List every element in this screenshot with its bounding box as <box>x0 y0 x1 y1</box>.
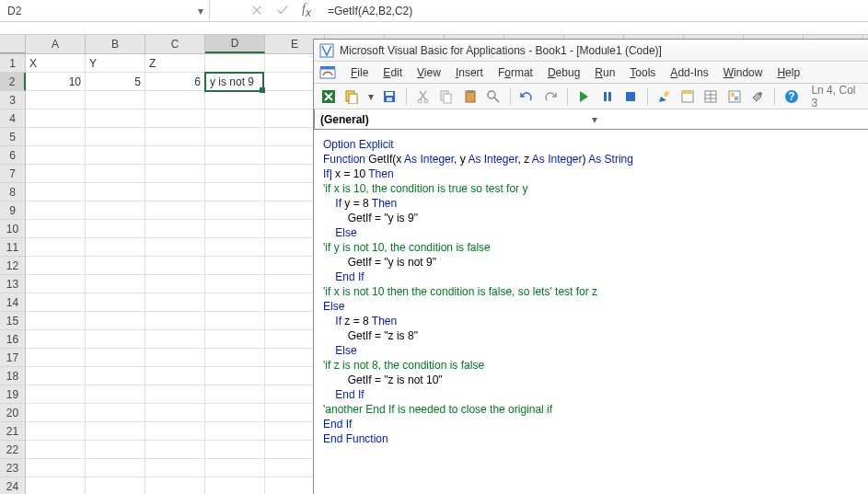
redo-icon[interactable] <box>541 87 559 106</box>
cell-A19[interactable] <box>26 385 86 404</box>
cell-B7[interactable] <box>86 165 145 183</box>
row-header-11[interactable]: 11 <box>0 238 26 257</box>
cell-C5[interactable] <box>145 128 205 146</box>
cancel-formula-icon[interactable] <box>250 4 263 17</box>
cell-A24[interactable] <box>26 477 86 494</box>
accept-formula-icon[interactable] <box>276 4 289 17</box>
cell-A1[interactable]: X <box>26 54 86 73</box>
cell-C2[interactable]: 6 <box>145 73 205 91</box>
col-header-D[interactable]: D <box>205 35 265 53</box>
find-icon[interactable] <box>484 87 502 106</box>
insert-function-icon[interactable]: fx <box>302 2 311 19</box>
cell-B9[interactable] <box>86 201 145 220</box>
cell-A15[interactable] <box>26 312 86 330</box>
menu-window[interactable]: Window <box>718 64 769 81</box>
row-header-1[interactable]: 1 <box>0 54 26 73</box>
cell-A17[interactable] <box>26 349 86 367</box>
cell-D16[interactable] <box>205 330 265 349</box>
break-icon[interactable] <box>598 87 616 106</box>
cell-C22[interactable] <box>145 441 205 459</box>
cell-D2[interactable]: y is not 9 <box>204 72 264 92</box>
vbe-titlebar[interactable]: Microsoft Visual Basic for Applications … <box>314 40 868 62</box>
object-combo[interactable]: (General) ▾ <box>314 109 868 129</box>
col-header-C[interactable]: C <box>145 35 205 53</box>
cell-B21[interactable] <box>86 422 145 441</box>
row-header-14[interactable]: 14 <box>0 293 26 312</box>
cell-C20[interactable] <box>145 404 205 422</box>
cell-D7[interactable] <box>205 165 265 183</box>
cell-B4[interactable] <box>86 109 145 128</box>
cell-C6[interactable] <box>145 146 205 165</box>
cell-D21[interactable] <box>205 422 265 441</box>
cell-B23[interactable] <box>86 459 145 477</box>
menu-add-ins[interactable]: Add-Ins <box>665 64 713 81</box>
cell-A10[interactable] <box>26 220 86 238</box>
col-header-B[interactable]: B <box>86 35 145 53</box>
menu-edit[interactable]: Edit <box>377 64 408 81</box>
cell-B1[interactable]: Y <box>86 54 145 73</box>
cell-B5[interactable] <box>86 128 145 146</box>
toolbox-icon[interactable] <box>749 87 767 106</box>
cell-C1[interactable]: Z <box>145 54 205 73</box>
menu-help[interactable]: Help <box>771 64 805 81</box>
row-header-2[interactable]: 2 <box>0 73 26 91</box>
design-mode-icon[interactable] <box>655 87 673 106</box>
row-header-12[interactable]: 12 <box>0 257 26 275</box>
cell-C15[interactable] <box>145 312 205 330</box>
cell-B8[interactable] <box>86 183 145 201</box>
cell-C21[interactable] <box>145 422 205 441</box>
cell-B2[interactable]: 5 <box>86 73 145 91</box>
menu-tools[interactable]: Tools <box>624 64 661 81</box>
menu-insert[interactable]: Insert <box>450 64 489 81</box>
cell-D19[interactable] <box>205 385 265 404</box>
cell-C10[interactable] <box>145 220 205 238</box>
row-header-4[interactable]: 4 <box>0 109 26 128</box>
cell-A8[interactable] <box>26 183 86 201</box>
cell-D14[interactable] <box>205 293 265 312</box>
insert-dropdown-icon[interactable]: ▾ <box>366 87 376 106</box>
code-pane[interactable]: Option ExplicitFunction GetIf(x As Integ… <box>314 130 868 454</box>
insert-module-icon[interactable] <box>342 87 360 106</box>
cell-A18[interactable] <box>26 367 86 385</box>
cell-A23[interactable] <box>26 459 86 477</box>
row-header-8[interactable]: 8 <box>0 183 26 201</box>
cell-C24[interactable] <box>145 477 205 494</box>
cell-D11[interactable] <box>205 238 265 257</box>
row-header-5[interactable]: 5 <box>0 128 26 146</box>
row-header-21[interactable]: 21 <box>0 422 26 441</box>
cell-B6[interactable] <box>86 146 145 165</box>
cell-C7[interactable] <box>145 165 205 183</box>
cell-A6[interactable] <box>26 146 86 165</box>
cell-A9[interactable] <box>26 201 86 220</box>
cell-D10[interactable] <box>205 220 265 238</box>
cell-D3[interactable] <box>205 91 265 109</box>
row-header-18[interactable]: 18 <box>0 367 26 385</box>
cell-B11[interactable] <box>86 238 145 257</box>
cell-D13[interactable] <box>205 275 265 293</box>
cell-D9[interactable] <box>205 201 265 220</box>
menu-view[interactable]: View <box>411 64 446 81</box>
menu-file[interactable]: File <box>345 64 374 81</box>
cell-D12[interactable] <box>205 257 265 275</box>
cell-C14[interactable] <box>145 293 205 312</box>
undo-icon[interactable] <box>518 87 536 106</box>
cell-C19[interactable] <box>145 385 205 404</box>
cell-D18[interactable] <box>205 367 265 385</box>
cell-C23[interactable] <box>145 459 205 477</box>
copy-icon[interactable] <box>437 87 455 106</box>
vbe-sys-icon[interactable] <box>319 64 336 81</box>
row-header-6[interactable]: 6 <box>0 146 26 165</box>
row-header-3[interactable]: 3 <box>0 91 26 109</box>
cell-A22[interactable] <box>26 441 86 459</box>
cell-C16[interactable] <box>145 330 205 349</box>
cell-B18[interactable] <box>86 367 145 385</box>
cell-B16[interactable] <box>86 330 145 349</box>
cell-D22[interactable] <box>205 441 265 459</box>
cell-C13[interactable] <box>145 275 205 293</box>
object-browser-icon[interactable] <box>725 87 743 106</box>
menu-run[interactable]: Run <box>589 64 620 81</box>
reset-icon[interactable] <box>621 87 639 106</box>
cell-B20[interactable] <box>86 404 145 422</box>
row-header-19[interactable]: 19 <box>0 385 26 404</box>
cell-D4[interactable] <box>205 109 265 128</box>
